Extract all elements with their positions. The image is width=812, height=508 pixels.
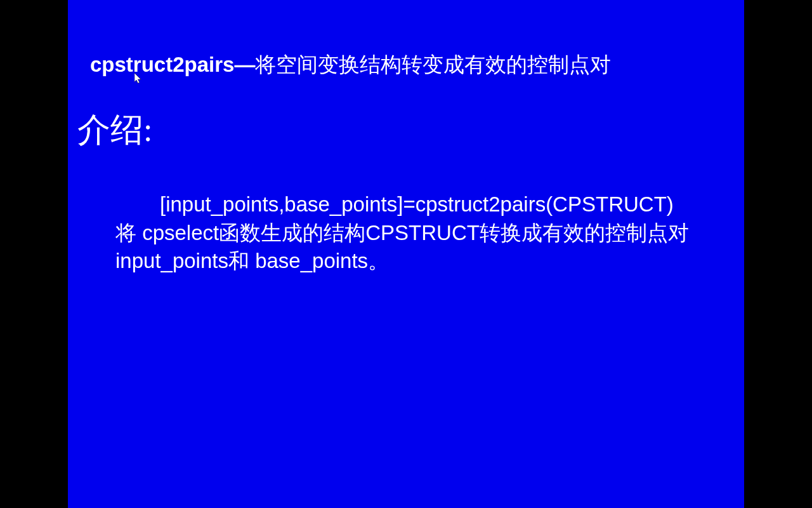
slide-container: cpstruct2pairs—将空间变换结构转变成有效的控制点对 介绍: [in…: [68, 0, 744, 508]
body-line3: input_points和 base_points。: [115, 249, 389, 272]
body-text: [input_points,base_points]=cpstruct2pair…: [115, 190, 731, 276]
title-dash: —: [234, 53, 255, 77]
slide-title: cpstruct2pairs—将空间变换结构转变成有效的控制点对: [90, 51, 611, 79]
body-line2: 将 cpselect函数生成的结构CPSTRUCT转换成有效的控制点对: [115, 221, 689, 244]
title-function-name: cpstruct2pairs: [90, 53, 234, 77]
title-description: 将空间变换结构转变成有效的控制点对: [255, 51, 611, 79]
body-line1: [input_points,base_points]=cpstruct2pair…: [160, 192, 674, 216]
section-heading: 介绍:: [77, 108, 152, 152]
